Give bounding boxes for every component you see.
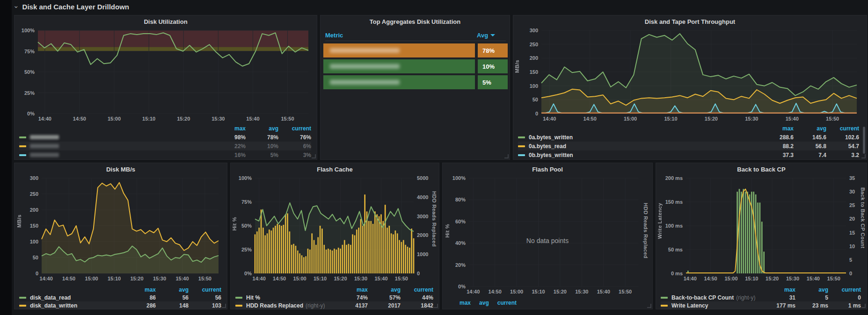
series-name[interactable]: HDD Reads Replaced [246,302,303,309]
series-swatch[interactable] [235,305,242,307]
legend-max: 22% [213,143,246,150]
series-swatch[interactable] [19,145,26,147]
svg-text:15:20: 15:20 [766,276,779,281]
svg-text:15:30: 15:30 [212,116,225,122]
series-swatch[interactable] [19,297,26,299]
panel-title[interactable]: Disk and Tape Port Throughput [513,18,867,25]
legend-col-current[interactable]: current [826,125,859,132]
series-name[interactable]: 0a.bytes_read [529,143,566,150]
svg-text:15:40: 15:40 [597,289,610,294]
panel-title[interactable]: Back to Back CP [656,166,867,173]
svg-text:50: 50 [532,97,538,102]
legend-col-avg[interactable]: avg [795,286,828,293]
series-swatch[interactable] [19,136,26,138]
panel-title[interactable]: Top Aggregates Disk Utilization [321,18,510,25]
series-name[interactable]: Hit % [246,294,260,301]
disk-mbs-chart[interactable]: 05010015020025030014:4014:5015:0015:1015… [18,174,224,283]
table-row[interactable]: 78% [323,43,508,57]
disk-utilization-legend: max avg current 98% 78% 76% 22% 10% 6% [19,124,311,159]
legend-col-max[interactable]: max [460,300,471,306]
series-swatch[interactable] [661,305,668,307]
series-name[interactable]: 0b.bytes_written [529,152,573,158]
legend-current: 1 ms [828,302,861,309]
series-swatch[interactable] [518,145,525,147]
series-swatch[interactable] [235,297,242,299]
metric-cell [323,59,475,73]
panel-disk-mbs: Disk MB/s MB/s 05010015020025030014:4014… [14,163,227,309]
panel-disk-tape-throughput: Disk and Tape Port Throughput MB/s 05010… [513,15,867,160]
legend-col-current[interactable]: current [278,125,311,132]
svg-text:50%: 50% [241,223,252,229]
panel-title[interactable]: Flash Pool [443,166,652,173]
legend-col-avg[interactable]: avg [246,125,278,132]
legend-col-avg[interactable]: avg [479,300,489,306]
series-name[interactable]: Back-to-back CP Count [671,294,734,301]
dashboard-row-header[interactable]: ⌄ Disk and Cache Layer Drilldown [13,2,129,11]
series-swatch[interactable] [518,154,525,156]
svg-text:15:20: 15:20 [177,116,190,122]
legend-max: 86 [123,294,156,301]
svg-text:15:00: 15:00 [108,116,121,122]
legend-col-max[interactable]: max [335,286,368,293]
legend-avg: 5 [795,294,828,301]
svg-text:15:40: 15:40 [246,116,259,122]
legend-col-max[interactable]: max [763,286,795,293]
panel-title[interactable]: Flash Cache [231,166,439,173]
panel-title[interactable]: Disk Utilization [15,18,317,25]
series-swatch[interactable] [661,297,668,299]
series-name[interactable]: Write Latency [671,302,708,309]
svg-text:15:00: 15:00 [85,276,98,281]
sort-desc-icon [490,34,495,36]
table-row[interactable]: 10% [323,59,508,73]
series-name[interactable]: 0a.bytes_written [529,134,573,141]
legend-col-current[interactable]: current [189,286,221,293]
col-metric[interactable]: Metric [325,32,343,39]
throughput-chart[interactable]: 05010015020025030014:4014:5015:0015:1015… [519,27,863,123]
legend-col-current[interactable]: current [497,300,517,306]
legend-current: 6% [278,143,311,150]
legend-col-current[interactable]: current [401,286,433,293]
svg-text:0%: 0% [27,111,35,116]
legend-col-avg[interactable]: avg [794,125,826,132]
flash-pool-chart[interactable]: 0%20%40%60%80%100%14:4014:5015:0015:1015… [445,174,646,296]
series-name[interactable]: disk_data_read [30,294,71,301]
col-avg-sort[interactable]: Avg [477,32,506,39]
redacted-series-name[interactable] [30,153,59,157]
legend-row: HDD Reads Replaced (right-y) 4137 2017 1… [235,301,433,309]
svg-text:15:10: 15:10 [142,116,155,122]
svg-text:0%: 0% [458,284,466,289]
series-swatch[interactable] [19,154,26,156]
throughput-legend: max avg current 0a.bytes_written 288.6 1… [518,124,859,159]
table-row[interactable]: 5% [323,75,508,89]
disk-utilization-chart[interactable]: 0%25%50%75%100%14:4014:5015:0015:1015:20… [16,27,315,123]
avg-cell: 10% [478,59,508,73]
back-to-back-cp-chart[interactable]: 0 ms50 ms100 ms150 ms200 ms14:4014:5015:… [657,174,865,283]
svg-text:5: 5 [849,257,852,263]
svg-text:250: 250 [530,42,538,47]
panel-back-to-back-cp: Back to Back CP Write Latency Back to Ba… [656,163,867,309]
legend-col-current[interactable]: current [828,286,861,293]
svg-text:75%: 75% [241,199,252,205]
series-name[interactable]: disk_data_written [30,302,77,309]
avg-cell: 5% [478,75,508,89]
legend-col-avg[interactable]: avg [156,286,189,293]
legend-col-avg[interactable]: avg [368,286,401,293]
svg-text:20: 20 [849,216,855,222]
svg-text:100%: 100% [22,28,35,33]
legend-col-max[interactable]: max [213,125,246,132]
series-swatch[interactable] [518,136,525,138]
series-swatch[interactable] [19,305,26,307]
redacted-series-name[interactable] [30,135,59,139]
flash-cache-chart[interactable]: 0%25%50%75%100%14:4014:5015:0015:1015:20… [232,174,438,283]
svg-text:300: 300 [530,28,538,33]
panel-title[interactable]: Disk MB/s [15,166,227,173]
svg-text:80%: 80% [455,197,466,202]
legend-current: 103 [189,302,221,309]
legend-avg: 23 ms [795,302,828,309]
legend-col-max[interactable]: max [123,286,156,293]
no-data-message: No data points [443,237,652,244]
redacted-series-name[interactable] [30,144,59,148]
legend-col-max[interactable]: max [761,125,794,132]
svg-text:14:50: 14:50 [489,289,502,294]
legend-scrollbar[interactable] [863,127,865,154]
